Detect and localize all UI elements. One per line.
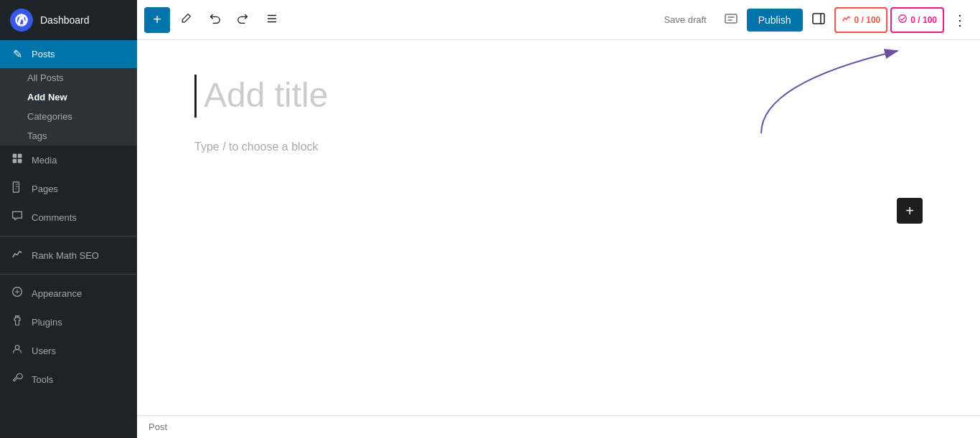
comments-label: Comments xyxy=(32,212,77,223)
redo-button[interactable] xyxy=(230,7,256,33)
posts-icon: ✎ xyxy=(10,47,24,61)
svg-rect-7 xyxy=(725,14,737,23)
comments-icon xyxy=(10,210,24,224)
title-placeholder[interactable]: Add title xyxy=(204,75,328,116)
rank-math-label: Rank Math SEO xyxy=(32,250,99,261)
all-posts-label: All Posts xyxy=(27,72,64,83)
publish-label: Publish xyxy=(758,14,791,26)
preview-icon xyxy=(724,11,738,29)
pencil-icon xyxy=(180,13,192,27)
editor-area[interactable]: Add title Type / to choose a block + xyxy=(137,40,980,415)
sidebar-item-rank-math[interactable]: Rank Math SEO xyxy=(0,241,137,270)
appearance-icon xyxy=(10,286,24,300)
add-block-plus-icon: + xyxy=(905,203,914,219)
users-icon xyxy=(10,343,24,358)
tools-icon xyxy=(10,372,24,386)
sidebar-item-posts[interactable]: ✎ Posts xyxy=(0,40,137,68)
plus-icon: + xyxy=(153,11,161,28)
more-options-button[interactable]: ⋮ xyxy=(947,7,973,33)
rank-math-icon xyxy=(10,248,24,262)
save-draft-button[interactable]: Save draft xyxy=(655,9,715,31)
add-block-toolbar-button[interactable]: + xyxy=(144,7,170,33)
redo-icon xyxy=(237,12,250,28)
sidebar-item-comments[interactable]: Comments xyxy=(0,203,137,232)
posts-section: ✎ Posts All Posts Add New Categories Tag… xyxy=(0,40,137,146)
rank-math-readability-icon xyxy=(897,14,908,26)
appearance-label: Appearance xyxy=(32,288,82,299)
sidebar: Dashboard ✎ Posts All Posts Add New Cate… xyxy=(0,0,137,438)
sidebar-subitem-tags[interactable]: Tags xyxy=(0,126,137,146)
sidebar-item-pages[interactable]: Pages xyxy=(0,174,137,203)
sidebar-item-dashboard[interactable]: Dashboard xyxy=(0,0,137,40)
list-view-icon xyxy=(265,12,278,28)
bottom-bar: Post xyxy=(137,415,980,438)
svg-rect-8 xyxy=(813,14,824,24)
block-placeholder[interactable]: Type / to choose a block xyxy=(194,141,923,153)
tools-toggle-button[interactable] xyxy=(173,7,199,33)
title-area[interactable]: Add title xyxy=(194,75,923,118)
editor-toolbar: + Save draft xyxy=(137,0,980,40)
wp-logo xyxy=(10,9,33,32)
svg-rect-3 xyxy=(13,159,17,163)
settings-sidebar-toggle[interactable] xyxy=(806,7,831,33)
list-view-button[interactable] xyxy=(259,7,285,33)
pages-label: Pages xyxy=(32,184,58,194)
sidebar-dashboard-label: Dashboard xyxy=(40,14,90,26)
more-options-icon: ⋮ xyxy=(953,11,967,29)
sidebar-item-appearance[interactable]: Appearance xyxy=(0,279,137,308)
title-cursor xyxy=(194,75,197,118)
svg-point-9 xyxy=(899,15,907,23)
rank-math-readability-button[interactable]: 0 / 100 xyxy=(890,7,944,33)
main-content: + Save draft xyxy=(137,0,980,438)
undo-icon xyxy=(208,12,221,28)
users-label: Users xyxy=(32,346,56,356)
tags-label: Tags xyxy=(27,130,47,141)
post-type-label: Post xyxy=(149,422,167,432)
svg-rect-1 xyxy=(13,154,17,158)
sidebar-subitem-all-posts[interactable]: All Posts xyxy=(0,68,137,87)
sidebar-item-tools[interactable]: Tools xyxy=(0,365,137,394)
rank-math-score-icon xyxy=(842,14,852,26)
media-icon xyxy=(10,153,24,167)
categories-label: Categories xyxy=(27,111,72,122)
sidebar-subitem-add-new[interactable]: Add New xyxy=(0,87,137,107)
sidebar-subitem-categories[interactable]: Categories xyxy=(0,107,137,126)
svg-rect-2 xyxy=(18,154,22,158)
rank-math-readability-label: 0 / 100 xyxy=(910,15,937,25)
add-new-label: Add New xyxy=(27,92,67,103)
sidebar-item-plugins[interactable]: Plugins xyxy=(0,308,137,336)
save-draft-label: Save draft xyxy=(664,14,706,25)
plugins-label: Plugins xyxy=(32,317,62,328)
sidebar-item-users[interactable]: Users xyxy=(0,336,137,365)
publish-button[interactable]: Publish xyxy=(747,9,803,32)
sidebar-item-media[interactable]: Media xyxy=(0,146,137,174)
rank-math-seo-button[interactable]: 0 / 100 xyxy=(834,7,888,33)
svg-rect-4 xyxy=(18,159,22,163)
undo-button[interactable] xyxy=(202,7,227,33)
divider-2 xyxy=(0,274,137,275)
preview-button[interactable] xyxy=(718,6,744,34)
add-block-inline-button[interactable]: + xyxy=(897,198,923,224)
media-label: Media xyxy=(32,155,57,166)
rank-math-score-label: 0 / 100 xyxy=(854,15,881,25)
svg-rect-5 xyxy=(13,182,19,192)
plugins-icon xyxy=(10,315,24,329)
sidebar-toggle-icon xyxy=(811,11,826,29)
sidebar-posts-label: Posts xyxy=(32,49,55,59)
tools-label: Tools xyxy=(32,374,53,385)
pages-icon xyxy=(10,181,24,196)
divider-1 xyxy=(0,236,137,237)
svg-point-6 xyxy=(15,346,19,350)
